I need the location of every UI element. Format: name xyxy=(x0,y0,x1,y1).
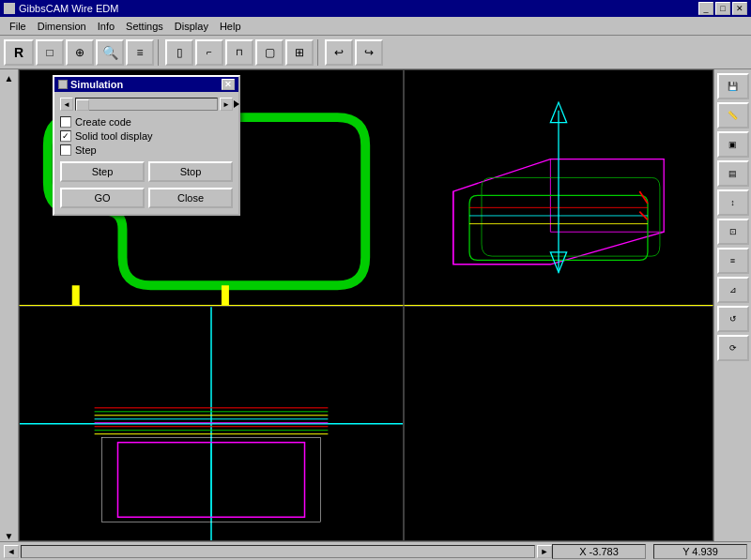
zoom-button[interactable]: 🔍 xyxy=(96,39,124,66)
scroll-left-status[interactable]: ◄ xyxy=(4,545,19,558)
menu-file[interactable]: File xyxy=(4,19,32,34)
scroll-up-arrow[interactable]: ▲ xyxy=(5,73,14,83)
lines-button[interactable]: ≡ xyxy=(126,39,154,66)
minimize-button[interactable]: _ xyxy=(698,2,713,15)
go-button[interactable]: GO xyxy=(60,188,145,208)
left-sidebar: ▲ ▼ xyxy=(0,69,19,541)
viewport-bottom-left[interactable] xyxy=(19,306,404,542)
stop-button[interactable]: Stop xyxy=(148,161,233,182)
step-button[interactable]: Step xyxy=(60,161,145,182)
right-btn-4[interactable]: ▤ xyxy=(717,160,749,187)
create-code-row: Create code xyxy=(60,116,233,128)
view-button2[interactable]: ⌐ xyxy=(195,39,223,66)
scroll-track[interactable] xyxy=(75,98,218,111)
dialog-close-button[interactable]: ✕ xyxy=(222,79,235,90)
scroll-left-btn[interactable]: ◄ xyxy=(60,98,73,111)
r-button[interactable]: R xyxy=(4,39,34,66)
sep1 xyxy=(158,39,161,66)
right-btn-3[interactable]: ▣ xyxy=(717,131,749,158)
right-btn-1[interactable]: 💾 xyxy=(717,73,749,99)
view-button4[interactable]: ▢ xyxy=(255,39,284,66)
coordinates-display: X -3.783 Y 4.939 xyxy=(552,544,747,559)
menu-info[interactable]: Info xyxy=(92,19,120,34)
viewport-top-left[interactable]: Simulation ✕ ◄ ► xyxy=(19,69,404,306)
zoom-fit-button[interactable]: ⊕ xyxy=(66,39,94,66)
dialog-title-text: Simulation xyxy=(70,79,123,90)
right-btn-9[interactable]: ↺ xyxy=(717,306,749,332)
scroll-down-arrow[interactable]: ▼ xyxy=(5,531,14,541)
view-button5[interactable]: ⊞ xyxy=(285,39,314,66)
step-label: Step xyxy=(75,144,97,156)
x-coordinate: X -3.783 xyxy=(552,544,646,559)
right-btn-8[interactable]: ⊿ xyxy=(717,277,749,303)
app-icon xyxy=(4,3,15,14)
create-code-label: Create code xyxy=(75,116,131,128)
status-bar: ◄ ► X -3.783 Y 4.939 xyxy=(0,541,751,560)
dialog-scrollbar: ◄ ► xyxy=(60,98,233,111)
title-bar: GibbsCAM Wire EDM _ □ ✕ xyxy=(0,0,751,17)
menu-dimension[interactable]: Dimension xyxy=(32,19,92,34)
undo-button[interactable]: ↩ xyxy=(325,39,353,66)
maximize-button[interactable]: □ xyxy=(715,2,730,15)
toolbar: R □ ⊕ 🔍 ≡ ▯ ⌐ ⊓ ▢ ⊞ ↩ ↪ xyxy=(0,36,751,69)
view-button1[interactable]: ▯ xyxy=(165,39,193,66)
right-btn-7[interactable]: ≡ xyxy=(717,248,749,274)
right-btn-5[interactable]: ↕ xyxy=(717,189,749,216)
dialog-title-bar[interactable]: Simulation ✕ xyxy=(54,77,238,92)
close-dialog-button[interactable]: Close xyxy=(148,188,233,208)
view-button3[interactable]: ⊓ xyxy=(225,39,253,66)
main-area: ▲ ▼ Simulation xyxy=(0,69,751,541)
viewport-bottom-right[interactable] xyxy=(404,306,713,542)
right-btn-2[interactable]: 📏 xyxy=(717,102,749,129)
right-btn-6[interactable]: ⊡ xyxy=(717,219,749,245)
right-sidebar: 💾 📏 ▣ ▤ ↕ ⊡ ≡ ⊿ ↺ ⟳ xyxy=(713,69,751,541)
scroll-right-status[interactable]: ► xyxy=(537,545,552,558)
viewport-top-right[interactable] xyxy=(404,69,713,306)
menu-display[interactable]: Display xyxy=(169,19,214,34)
create-code-checkbox[interactable] xyxy=(60,116,71,128)
dialog-icon xyxy=(58,80,68,89)
right-btn-10[interactable]: ⟳ xyxy=(717,335,749,361)
scroll-right-btn[interactable]: ► xyxy=(220,98,233,111)
redo-button[interactable]: ↪ xyxy=(355,39,383,66)
new-button[interactable]: □ xyxy=(36,39,64,66)
menu-bar: File Dimension Info Settings Display Hel… xyxy=(0,17,751,36)
simulation-dialog: Simulation ✕ ◄ ► xyxy=(53,75,240,216)
app-title: GibbsCAM Wire EDM xyxy=(19,3,118,14)
close-button[interactable]: ✕ xyxy=(732,2,747,15)
solid-tool-row: Solid tool display xyxy=(60,130,233,142)
dialog-buttons-row1: Step Stop xyxy=(60,161,233,182)
scroll-thumb[interactable] xyxy=(76,99,89,111)
step-checkbox[interactable] xyxy=(60,144,71,156)
solid-tool-label: Solid tool display xyxy=(75,130,153,142)
solid-tool-checkbox[interactable] xyxy=(60,130,71,142)
canvas-container: Simulation ✕ ◄ ► xyxy=(19,69,713,541)
h-scrollbar-track[interactable] xyxy=(21,545,535,558)
menu-help[interactable]: Help xyxy=(214,19,247,34)
sep2 xyxy=(317,39,321,66)
step-row: Step xyxy=(60,144,233,156)
menu-settings[interactable]: Settings xyxy=(120,19,169,34)
dialog-buttons-row2: GO Close xyxy=(60,188,233,208)
y-coordinate: Y 4.939 xyxy=(653,544,747,559)
